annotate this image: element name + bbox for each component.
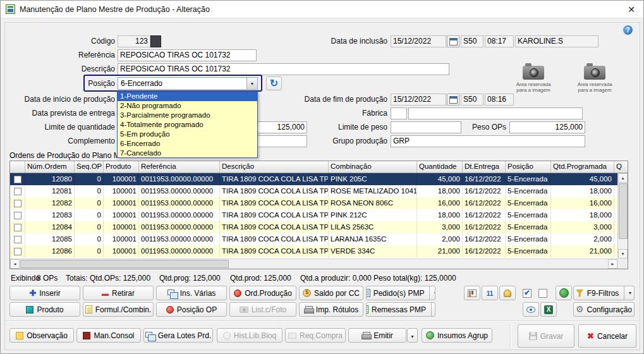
observacao-button[interactable]: Observação [9, 328, 74, 343]
row-checkbox[interactable] [14, 224, 21, 231]
row-checkbox[interactable] [14, 188, 21, 195]
ord-producao-button[interactable]: Ord.Produção [229, 286, 296, 300]
grupo-producao-field[interactable]: GRP [391, 135, 585, 147]
cell-quantidade: 2,000 [417, 233, 463, 245]
cards-icon-button[interactable] [464, 286, 480, 300]
image-area-1[interactable]: Área reservada para a imagem [509, 64, 557, 103]
fabrica-name-field[interactable] [408, 107, 583, 119]
f9-filtros-button[interactable]: F9-Filtros [573, 286, 635, 300]
posicao-combobox[interactable]: 6-Encerrado [118, 77, 258, 90]
scroll-left-button[interactable] [10, 259, 20, 269]
checkbox-unchecked[interactable] [538, 289, 547, 298]
column-header-4[interactable]: Referência [139, 161, 220, 173]
excel-icon [544, 305, 553, 314]
posicao-option[interactable]: 2-Não programado [118, 101, 257, 111]
formul-combin-button[interactable]: Formul./Combin. [83, 302, 154, 317]
insumos-agrup-button[interactable]: Insumos Agrup [422, 328, 492, 343]
table-row[interactable]: 1208001000010011953.00000.00000TIRA 1809… [10, 173, 617, 185]
bell-icon [504, 290, 511, 297]
posicao-op-button[interactable]: Posição OP [156, 302, 227, 317]
checkbox-checked[interactable] [523, 289, 532, 298]
peso-ops-field[interactable]: 125,000 [509, 121, 585, 133]
column-header-8[interactable]: Dt.Entrega [463, 161, 506, 173]
column-header-9[interactable]: Posição [506, 161, 551, 173]
cancelar-button[interactable]: Cancelar [578, 324, 636, 348]
scroll-up-button[interactable] [618, 173, 628, 183]
imp-rotulos-button[interactable]: Imp. Rótulos [299, 302, 363, 317]
f9-filtros-dropdown-arrow[interactable] [624, 286, 632, 300]
descricao-field[interactable]: REPOSICAO TIRAS OC 101732 [118, 63, 449, 75]
table-row[interactable]: 1208201000010011953.00000.00000TIRA 1809… [10, 197, 617, 209]
man-consol-button[interactable]: Man.Consol [76, 328, 141, 343]
column-header-10[interactable]: Qtd.Programada [551, 161, 614, 173]
scroll-right-button[interactable] [608, 259, 617, 269]
posicao-option[interactable]: 3-Parcialmente programado [118, 111, 257, 120]
column-header-1[interactable]: Núm.Ordem [25, 161, 75, 173]
row-checkbox[interactable] [14, 236, 21, 243]
eleven-icon [487, 288, 494, 298]
excel-icon-button[interactable] [540, 302, 557, 317]
column-header-7[interactable]: Quantidade [417, 161, 463, 173]
retirar-button[interactable]: Retirar [83, 286, 154, 300]
image-area-2[interactable]: Área reservada para a imagem [571, 64, 619, 103]
horizontal-scroll-thumb[interactable] [20, 260, 229, 268]
referencia-field[interactable]: REPOSICAO TIRAS OC 101732 [118, 49, 257, 61]
pedidos-pmp-dropdown-arrow[interactable] [429, 286, 435, 300]
posicao-option[interactable]: 7-Cancelado [118, 149, 257, 158]
posicao-refresh-button[interactable] [266, 76, 282, 90]
data-fim-date-field[interactable]: 15/12/2022 [391, 94, 446, 106]
row-checkbox[interactable] [14, 212, 21, 219]
posicao-option[interactable]: 6-Encerrado [118, 139, 257, 149]
column-header-0[interactable] [10, 161, 25, 173]
bell-icon-button[interactable] [499, 286, 516, 300]
posicao-option[interactable]: 4-Totalmente programado [118, 120, 257, 130]
table-row[interactable]: 1208401000010011953.00000.00000TIRA 1809… [10, 221, 617, 233]
emitir-dropdown-button[interactable] [407, 328, 418, 343]
column-header-5[interactable]: Descrição [220, 161, 329, 173]
inserir-button[interactable]: Inserir [9, 286, 80, 300]
configuracao-button[interactable]: Configuração [573, 302, 635, 317]
info-11-icon-button[interactable] [482, 286, 498, 300]
posicao-dropdown-list[interactable]: 1-Pendente2-Não programado3-Parcialmente… [117, 91, 258, 158]
cell-dt_entrega: 16/12/2022 [463, 173, 506, 185]
posicao-option[interactable]: 5-Em produção [118, 130, 257, 139]
vertical-scroll-thumb[interactable] [619, 183, 628, 239]
gera-lotes-button[interactable]: Gera Lotes Prd. [143, 328, 213, 343]
remessas-pmp-dropdown-arrow[interactable] [431, 303, 435, 316]
close-icon[interactable]: ✕ [624, 4, 638, 15]
scroll-down-button[interactable] [618, 249, 628, 259]
cell-quantidade: 45,000 [417, 173, 463, 185]
posicao-dropdown-button[interactable] [246, 78, 257, 89]
saldo-cc-button[interactable]: Saldo por CC [299, 286, 363, 300]
globe-icon-button[interactable] [556, 286, 572, 300]
grid-vertical-scrollbar[interactable] [617, 173, 628, 259]
row-checkbox[interactable] [14, 200, 21, 207]
eye-icon-button[interactable] [523, 302, 539, 317]
produto-button[interactable]: Produto [9, 302, 80, 317]
emitir-button[interactable]: Emitir [348, 328, 406, 343]
fabrica-code-field[interactable] [391, 107, 407, 119]
column-header-6[interactable]: Combinação [329, 161, 417, 173]
row-checkbox[interactable] [14, 176, 21, 183]
column-header-11[interactable]: Q [614, 161, 628, 173]
grid-horizontal-scrollbar[interactable] [10, 259, 617, 269]
table-row[interactable]: 1208101000010011953.00000.00000TIRA 1809… [10, 185, 617, 197]
data-fim-calendar-button[interactable] [447, 94, 459, 106]
data-inclusao-date-field[interactable]: 15/12/2022 [391, 35, 446, 47]
referencia-label: Referência [7, 49, 115, 61]
row-checkbox[interactable] [14, 248, 21, 255]
table-row[interactable]: 1208501000010011953.00000.00000TIRA 1809… [10, 233, 617, 245]
column-header-3[interactable]: Produto [104, 161, 139, 173]
cell-qtd_programada: 18,000 [551, 209, 614, 221]
table-row[interactable]: 1208301000010011953.00000.00000TIRA 1809… [10, 209, 617, 221]
pedidos-pmp-button[interactable]: Pedido(s) PMP [366, 286, 435, 300]
table-row[interactable]: 1208601000010011953.00000.00000TIRA 1809… [10, 245, 617, 257]
remessas-pmp-button[interactable]: Remessas PMP [366, 302, 435, 317]
data-inclusao-calendar-button[interactable] [447, 35, 459, 47]
posicao-option[interactable]: 1-Pendente [118, 92, 257, 101]
codigo-lookup-button[interactable] [150, 35, 161, 47]
help-icon[interactable] [623, 25, 633, 35]
ins-varias-button[interactable]: Ins. Várias [156, 286, 227, 300]
codigo-field[interactable]: 123 [118, 35, 150, 47]
column-header-2[interactable]: Seq.OP [75, 161, 104, 173]
